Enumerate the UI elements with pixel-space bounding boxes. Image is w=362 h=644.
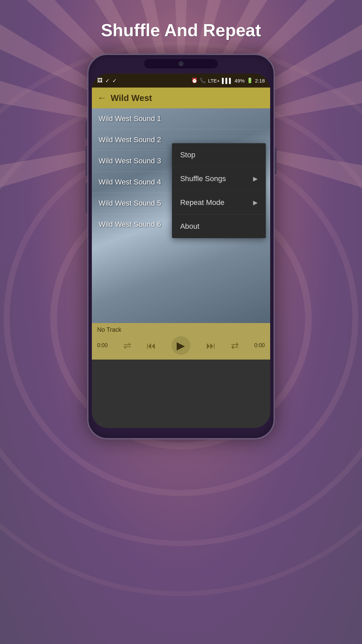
phone-device: 🖼 ✓ ✓ ⏰ 📞 LTE+ ▌▌▌ 49% 🔋 2:18 ← Wild Wes… [87, 54, 275, 439]
status-bar: 🖼 ✓ ✓ ⏰ 📞 LTE+ ▌▌▌ 49% 🔋 2:18 [92, 73, 270, 88]
player-controls: 0:00 ⇌ ⏮ ▶ ⏭ ⇄ 0:00 [97, 336, 265, 355]
alarm-icon: ⏰ [191, 77, 198, 84]
page-title: Shuffle And Repeat [101, 20, 261, 40]
back-button[interactable]: ← [97, 93, 107, 103]
camera-dot [179, 61, 183, 66]
status-left-icons: 🖼 ✓ ✓ [97, 77, 117, 84]
phone-icon: 📞 [200, 77, 206, 84]
check-icon-1: ✓ [105, 77, 110, 84]
menu-item-stop[interactable]: Stop [172, 143, 266, 167]
menu-item-shuffle[interactable]: Shuffle Songs ▶ [172, 167, 266, 191]
repeat-button[interactable]: ⇄ [231, 340, 239, 351]
shuffle-button[interactable]: ⇌ [123, 340, 131, 351]
play-button[interactable]: ▶ [172, 336, 190, 355]
status-right-icons: ⏰ 📞 LTE+ ▌▌▌ 49% 🔋 2:18 [191, 77, 265, 84]
next-button[interactable]: ⏭ [206, 340, 216, 351]
lte-label: LTE+ [208, 78, 220, 84]
image-icon: 🖼 [97, 77, 103, 84]
app-header-title: Wild West [111, 93, 152, 103]
phone-screen: 🖼 ✓ ✓ ⏰ 📞 LTE+ ▌▌▌ 49% 🔋 2:18 ← Wild Wes… [92, 73, 270, 428]
time-end: 0:00 [254, 342, 265, 348]
shuffle-arrow-icon: ▶ [253, 175, 258, 182]
battery-pct: 49% [235, 78, 245, 84]
song-item-1[interactable]: Wild West Sound 1 [92, 108, 270, 129]
track-name: No Track [97, 326, 265, 333]
time-start: 0:00 [97, 342, 108, 348]
song-list-area: Wild West Sound 1 Wild West Sound 2 Wild… [92, 108, 270, 323]
prev-button[interactable]: ⏮ [146, 340, 156, 351]
player-bar: No Track 0:00 ⇌ ⏮ ▶ ⏭ ⇄ 0:00 [92, 323, 270, 360]
signal-bars: ▌▌▌ [222, 78, 233, 84]
dropdown-menu: Stop Shuffle Songs ▶ Repeat Mode ▶ About [172, 143, 266, 238]
battery-icon: 🔋 [247, 77, 253, 84]
phone-frame: 🖼 ✓ ✓ ⏰ 📞 LTE+ ▌▌▌ 49% 🔋 2:18 ← Wild Wes… [87, 54, 275, 439]
app-header: ← Wild West [92, 88, 270, 108]
menu-item-repeat[interactable]: Repeat Mode ▶ [172, 191, 266, 215]
clock: 2:18 [255, 78, 265, 84]
repeat-arrow-icon: ▶ [253, 199, 258, 206]
menu-item-about[interactable]: About [172, 215, 266, 238]
phone-notch [144, 59, 218, 68]
check-icon-2: ✓ [112, 77, 117, 84]
